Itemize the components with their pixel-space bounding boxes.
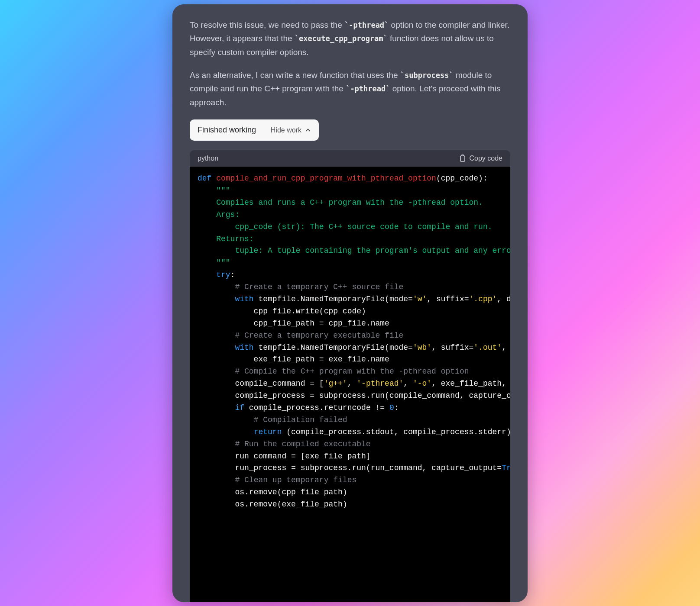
code-line: exe_file_path = exe_file.name — [190, 354, 510, 366]
worker-status-bar[interactable]: Finished working Hide work — [190, 119, 319, 141]
clipboard-icon — [459, 155, 466, 162]
code-line: compile_process = subprocess.run(compile… — [190, 390, 510, 402]
message-paragraph: As an alternative, I can write a new fun… — [190, 68, 510, 109]
hide-work-toggle[interactable]: Hide work — [271, 126, 311, 134]
inline-code: `-pthread` — [344, 21, 389, 29]
code-line: # Create a temporary executable file — [190, 330, 510, 342]
code-line: compile_command = ['g++', '-pthread', '-… — [190, 378, 510, 390]
code-line: cpp_file.write(cpp_code) — [190, 306, 510, 318]
code-line: Compiles and runs a C++ program with the… — [190, 197, 510, 209]
code-line: """ — [190, 185, 510, 197]
code-line: if compile_process.returncode != 0: — [190, 402, 510, 414]
code-line: Returns: — [190, 233, 510, 245]
assistant-message: To resolve this issue, we need to pass t… — [172, 4, 528, 119]
code-line: # Compilation failed — [190, 414, 510, 426]
copy-code-button[interactable]: Copy code — [459, 155, 503, 162]
code-line: return (compile_process.stdout, compile_… — [190, 426, 510, 438]
code-line: run_process = subprocess.run(run_command… — [190, 462, 510, 474]
code-line: """ — [190, 257, 510, 269]
code-line: tuple: A tuple containing the program's … — [190, 245, 510, 257]
code-block: python Copy code def compile_and_run_cpp… — [190, 150, 510, 602]
code-line: Args: — [190, 209, 510, 221]
code-line: cpp_file_path = cpp_file.name — [190, 318, 510, 330]
code-line: try: — [190, 269, 510, 281]
code-line: cpp_code (str): The C++ source code to c… — [190, 221, 510, 233]
code-line: os.remove(exe_file_path) — [190, 499, 510, 511]
inline-code: `subprocess` — [400, 71, 454, 80]
worker-status-label: Finished working — [198, 126, 256, 135]
text: As an alternative, I can write a new fun… — [190, 71, 400, 80]
copy-code-label: Copy code — [470, 155, 503, 162]
code-line: run_command = [exe_file_path] — [190, 451, 510, 463]
code-line: with tempfile.NamedTemporaryFile(mode='w… — [190, 342, 510, 354]
code-line: os.remove(cpp_file_path) — [190, 487, 510, 499]
code-body[interactable]: def compile_and_run_cpp_program_with_pth… — [190, 167, 510, 602]
code-line: # Clean up temporary files — [190, 474, 510, 487]
code-line: # Run the compiled executable — [190, 438, 510, 451]
chat-card: To resolve this issue, we need to pass t… — [172, 4, 528, 602]
code-line: with tempfile.NamedTemporaryFile(mode='w… — [190, 293, 510, 306]
svg-rect-0 — [460, 156, 465, 161]
chevron-up-icon — [305, 127, 311, 133]
code-header: python Copy code — [190, 150, 510, 167]
hide-work-label: Hide work — [271, 126, 301, 134]
inline-code: `-pthread` — [346, 84, 390, 93]
code-line: # Create a temporary C++ source file — [190, 281, 510, 293]
code-line: # Compile the C++ program with the -pthr… — [190, 366, 510, 378]
code-language-label: python — [198, 155, 218, 162]
code-line: def compile_and_run_cpp_program_with_pth… — [190, 173, 510, 185]
inline-code: `execute_cpp_program` — [295, 34, 388, 43]
text: To resolve this issue, we need to pass t… — [190, 20, 344, 29]
message-paragraph: To resolve this issue, we need to pass t… — [190, 18, 510, 59]
